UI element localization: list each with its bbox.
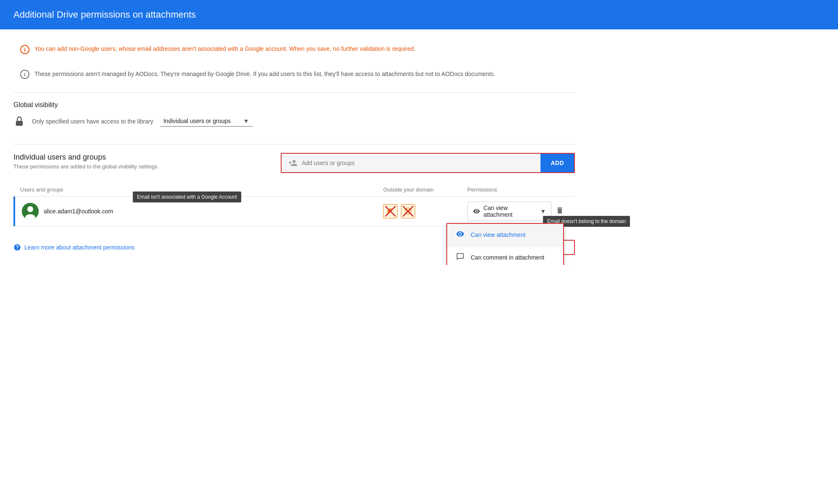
dropdown-item-view[interactable]: Can view attachment xyxy=(447,224,563,247)
help-icon xyxy=(13,244,21,251)
table-row: alice.adam1@outlook.com Email isn't asso… xyxy=(13,197,575,226)
add-users-field xyxy=(282,154,540,172)
add-users-input-row: ADD xyxy=(281,153,575,173)
permission-dropdown-container: Can view attachment ▼ Can view attachmen… xyxy=(467,202,551,221)
domain-icons-cell: Email doesn't belong to the domain xyxy=(383,204,467,218)
view-icon xyxy=(456,230,465,240)
main-content: i You can add non-Google users, whose em… xyxy=(0,29,588,265)
permission-dropdown[interactable]: Can view attachment ▼ xyxy=(467,202,551,221)
orange-alert-text: You can add non-Google users, whose emai… xyxy=(34,45,415,53)
col-domain: Outside your domain xyxy=(383,186,467,193)
orange-alert-icon: i xyxy=(20,45,29,54)
person-add-icon xyxy=(288,158,298,168)
divider-2 xyxy=(13,144,575,144)
orange-alert: i You can add non-Google users, whose em… xyxy=(13,39,575,59)
avatar-image xyxy=(22,203,39,220)
no-domain-icon xyxy=(401,204,415,218)
permission-value: Can view attachment xyxy=(483,205,537,218)
col-permissions: Permissions xyxy=(467,186,551,193)
banned-icon xyxy=(384,205,397,218)
comment-option-label: Can comment in attachment xyxy=(471,254,544,261)
users-section-title: Individual users and groups xyxy=(13,153,159,162)
avatar xyxy=(22,203,39,220)
divider-1 xyxy=(13,92,575,93)
view-option-label: Can view attachment xyxy=(471,231,526,238)
users-section-subtitle: These permissions are added to the globa… xyxy=(13,163,159,170)
gray-alert-text: These permissions aren't managed by AODo… xyxy=(34,69,495,79)
user-cell: alice.adam1@outlook.com Email isn't asso… xyxy=(22,203,383,220)
visibility-row: Only specified users have access to the … xyxy=(13,116,575,127)
gray-alert: i These permissions aren't managed by AO… xyxy=(13,66,575,82)
eye-icon xyxy=(473,207,480,215)
tooltip-google-account: Email isn't associated with a Google Acc… xyxy=(133,192,241,202)
banned-domain-icon xyxy=(401,205,415,218)
global-visibility-title: Global visibility xyxy=(13,101,575,109)
svg-rect-0 xyxy=(16,121,23,126)
lock-icon xyxy=(13,116,25,127)
trash-icon xyxy=(556,206,564,215)
svg-point-2 xyxy=(27,206,33,212)
dropdown-item-comment[interactable]: Can comment in attachment xyxy=(447,247,563,265)
no-google-icon xyxy=(383,204,398,218)
comment-icon xyxy=(456,252,465,263)
user-email: alice.adam1@outlook.com xyxy=(44,208,113,215)
global-visibility-section: Global visibility Only specified users h… xyxy=(13,101,575,127)
visibility-dropdown-value: Individual users or groups xyxy=(163,118,231,124)
users-section-left: Individual users and groups These permis… xyxy=(13,153,159,170)
dropdown-arrow-icon: ▼ xyxy=(540,208,546,215)
table-header: Users and groups Outside your domain Per… xyxy=(13,183,575,197)
add-button[interactable]: ADD xyxy=(540,154,574,172)
users-section-header: Individual users and groups These permis… xyxy=(13,153,575,173)
permission-dropdown-menu: Can view attachment Can comment in attac… xyxy=(446,223,564,265)
page-title: Additional Drive permissions on attachme… xyxy=(13,9,196,20)
learn-more-text: Learn more about attachment permissions xyxy=(24,244,134,251)
learn-more-link[interactable]: Learn more about attachment permissions xyxy=(13,244,134,251)
chevron-down-icon: ▼ xyxy=(243,118,249,124)
search-input[interactable] xyxy=(302,160,534,166)
visibility-dropdown[interactable]: Individual users or groups ▼ xyxy=(160,116,253,127)
page-header: Additional Drive permissions on attachme… xyxy=(0,0,838,29)
gray-alert-icon: i xyxy=(20,70,29,79)
visibility-label: Only specified users have access to the … xyxy=(32,118,153,125)
